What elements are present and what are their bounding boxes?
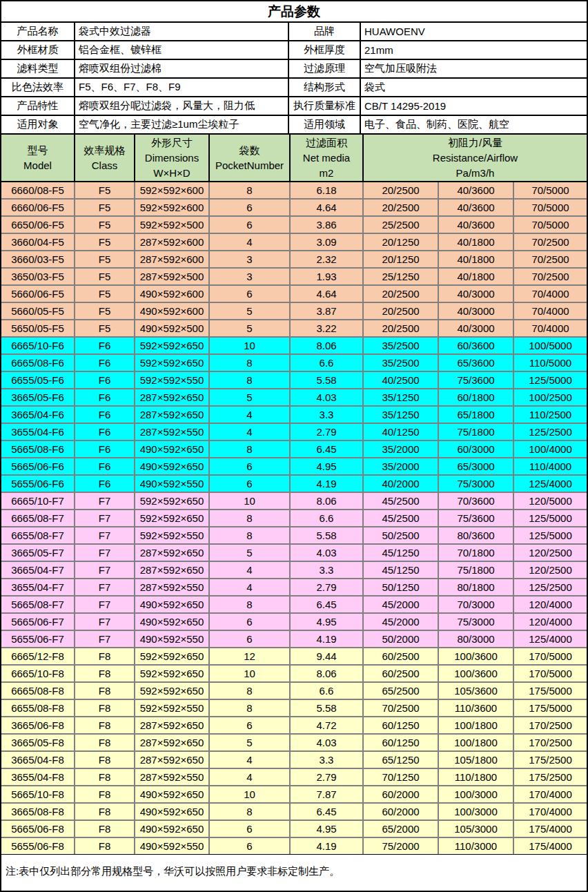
info-label: 适用领域 [289,116,361,133]
model-cell: 6660/08-F5 [1,182,75,198]
model-cell: 5665/08-F7 [1,597,75,612]
dimensions-cell: 592×592×650 [135,493,210,509]
model-cell: 6665/10-F7 [1,493,75,509]
dimensions-cell: 490×592×500 [135,320,210,336]
column-header-area-unit: m2 [320,166,334,181]
area-cell: 4.03 [291,389,364,405]
class-cell: F5 [75,269,135,284]
spec-row: 6650/06-F5F5592×592×50063.8625/250040/36… [1,217,587,234]
model-cell: 3665/06-F8 [1,717,75,733]
resistance-cell-3: 170/4000 [514,804,587,820]
class-cell: F7 [75,579,135,595]
resistance-cell-2: 40/1800 [439,234,514,250]
resistance-cell-2: 70/3600 [439,493,514,509]
resistance-cell-1: 35/2000 [364,458,439,474]
area-cell: 4.19 [291,476,364,492]
model-cell: 3665/04-F8 [1,752,75,768]
area-cell: 2.79 [291,424,364,440]
spec-row: 5665/10-F8F8490×592×650107.8760/2000100/… [1,786,587,804]
pockets-cell: 6 [210,217,291,233]
resistance-cell-2: 40/3600 [439,182,514,198]
class-cell: F6 [75,476,135,492]
class-cell: F5 [75,182,135,198]
area-cell: 6.18 [291,182,364,198]
area-cell: 4.03 [291,545,364,561]
area-cell: 6.6 [291,683,364,699]
dimensions-cell: 490×592×650 [135,597,210,612]
resistance-cell-3: 125/4000 [514,476,587,492]
dimensions-cell: 287×592×650 [135,562,210,578]
spec-row: 3665/08-F8F8490×592×65086.4560/2000100/3… [1,804,587,821]
area-cell: 2.32 [291,251,364,267]
resistance-cell-3: 125/5000 [514,527,587,543]
dimensions-cell: 490×592×650 [135,458,210,474]
spec-row: 5665/06-F6F6490×592×65064.9535/200065/30… [1,458,587,476]
info-value: 熔喷双组分呢过滤袋，风量大，阻力低 [75,97,289,115]
resistance-cell-3: 120/5000 [514,493,587,509]
class-cell: F5 [75,234,135,250]
area-cell: 1.93 [291,269,364,284]
info-row: 比色法效率F5、F6、F7、F8、F9结构形式袋式 [1,79,587,97]
pockets-cell: 10 [210,493,291,509]
resistance-cell-3: 170/2500 [514,717,587,733]
spec-row: 5660/06-F5F5490×592×60064.6420/250040/30… [1,286,587,303]
dimensions-cell: 287×592×650 [135,407,210,423]
resistance-cell-3: 120/2500 [514,545,587,561]
resistance-cell-3: 170/2500 [514,735,587,750]
area-cell: 4.64 [291,200,364,215]
resistance-cell-3: 170/5000 [514,648,587,664]
pockets-cell: 6 [210,717,291,733]
dimensions-cell: 490×592×550 [135,631,210,647]
model-cell: 6665/12-F8 [1,648,75,664]
resistance-cell-1: 25/2500 [364,217,439,233]
resistance-cell-2: 75/1800 [439,424,514,440]
resistance-cell-3: 110/2500 [514,407,587,423]
spec-row: 5665/08-F7F7490×592×65086.4545/200070/30… [1,597,587,614]
spec-row: 3665/04-F7F7287×592×65043.345/125075/180… [1,562,587,579]
pockets-cell: 8 [210,510,291,526]
dimensions-cell: 592×592×600 [135,182,210,198]
resistance-cell-3: 125/5000 [514,372,587,388]
model-cell: 6650/06-F5 [1,217,75,233]
class-cell: F8 [75,700,135,716]
info-value: 空气加压吸附法 [361,60,587,77]
resistance-cell-3: 125/4000 [514,631,587,647]
model-cell: 6665/08-F6 [1,355,75,371]
area-cell: 6.6 [291,510,364,526]
resistance-cell-2: 40/3600 [439,217,514,233]
pockets-cell: 4 [210,562,291,578]
area-cell: 5.58 [291,700,364,716]
area-cell: 8.06 [291,338,364,353]
class-cell: F8 [75,752,135,768]
area-cell: 3.87 [291,303,364,319]
resistance-cell-1: 20/1250 [364,234,439,250]
class-cell: F8 [75,786,135,802]
resistance-cell-1: 40/2500 [364,372,439,388]
area-cell: 8.06 [291,666,364,681]
pockets-cell: 5 [210,545,291,561]
class-cell: F6 [75,458,135,474]
model-cell: 6655/08-F8 [1,700,75,716]
dimensions-cell: 287×592×500 [135,269,210,284]
resistance-cell-2: 60/3000 [439,441,514,457]
dimensions-cell: 592×592×650 [135,683,210,699]
info-row: 产品名称袋式中效过滤器品牌HUAWOENV [1,23,587,41]
column-header-model-zh: 型号 [28,143,48,158]
resistance-cell-2: 80/3000 [439,631,514,647]
pockets-cell: 6 [210,200,291,215]
model-cell: 3655/04-F6 [1,424,75,440]
resistance-cell-2: 40/3000 [439,303,514,319]
resistance-cell-1: 45/2000 [364,614,439,630]
pockets-cell: 6 [210,838,291,854]
area-cell: 8.06 [291,493,364,509]
resistance-cell-3: 175/2500 [514,769,587,785]
pockets-cell: 8 [210,527,291,543]
info-label: 比色法效率 [1,79,75,96]
dimensions-cell: 490×592×550 [135,838,210,854]
area-cell: 3.3 [291,562,364,578]
class-cell: F6 [75,355,135,371]
dimensions-cell: 490×592×600 [135,286,210,302]
class-cell: F7 [75,527,135,543]
class-cell: F5 [75,217,135,233]
column-header-dimensions: 外形尺寸 Dimensions W×H×D [135,135,210,181]
